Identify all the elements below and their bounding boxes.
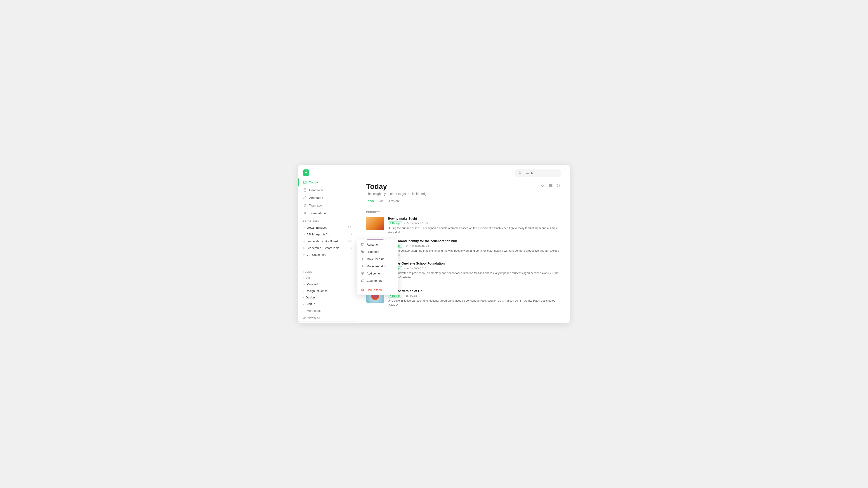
article-meta-3: Design · 24 Behance / 1d [388, 266, 561, 270]
tab-team[interactable]: Team [366, 199, 374, 206]
rename-icon [361, 242, 364, 246]
article-thumb-sushi [366, 217, 384, 230]
priority-jpmorgan-label: J.P. Morgan & Co. [307, 233, 330, 236]
priority-tag-icon: ○ [303, 226, 305, 229]
article-desc-4: Une belle initiative par la chaîne Natio… [388, 299, 561, 307]
dropdown-move-down[interactable]: Move feed down [357, 263, 398, 270]
list-action-icon[interactable] [548, 183, 553, 189]
tab-me[interactable]: Me [379, 199, 383, 206]
copy-to-team-icon [361, 279, 364, 283]
refresh-action-icon[interactable] [556, 183, 561, 189]
article-info-2: A new brand identity for the collaborati… [388, 239, 561, 257]
article-title[interactable]: How to make Sushi [388, 217, 561, 220]
train-leo-icon [303, 203, 307, 207]
feed-curated-label: Curated [307, 283, 318, 286]
feed-startup-label: Startup [306, 302, 315, 306]
dropdown-copy-to-team[interactable]: Copy to team [357, 277, 398, 284]
priority-growth-label: growth mindset [307, 226, 327, 229]
hide-feed-icon [361, 250, 364, 254]
feed-design-icon: › [303, 296, 304, 299]
nav-train-leo-label: Train Leo [309, 204, 322, 207]
dropdown-hide-label: Hide feed [367, 250, 379, 254]
priority-leadership-like-count: 722 [348, 239, 352, 242]
dropdown-delete-feed[interactable]: Delete feed [357, 286, 398, 293]
tab-explore[interactable]: Explore [389, 199, 400, 206]
article-source: Behance / 16h [410, 222, 428, 225]
article-source-2: Pentagram / 1d [410, 244, 429, 248]
nav-train-leo[interactable]: Train Leo [298, 201, 357, 209]
app-logo[interactable] [303, 169, 309, 176]
svg-point-2 [304, 204, 306, 206]
dropdown-rename[interactable]: Rename [357, 241, 398, 248]
add-content-icon [361, 271, 364, 275]
article-tag[interactable]: Design [388, 221, 402, 225]
read-later-icon [303, 188, 307, 192]
article-title-4[interactable]: Real Life Version of Up [388, 289, 561, 293]
search-input[interactable] [524, 171, 557, 175]
priority-vip-customers[interactable]: ○ VIP Customers [298, 251, 357, 258]
dropdown-move-up[interactable]: Move feed up [357, 255, 398, 263]
search-bar[interactable] [515, 169, 561, 177]
feed-curated-icon: ✦ [303, 283, 305, 286]
priority-vip-label: VIP Customers [307, 253, 326, 256]
article-title-2[interactable]: A new brand identity for the collaborati… [388, 239, 561, 243]
feed-startup[interactable]: › Startup [298, 301, 357, 307]
article-title-3[interactable]: Jacques-Ouellette School Foundation [388, 262, 561, 265]
move-down-icon [361, 264, 364, 268]
priority-tag-icon-2: ○ [303, 232, 305, 236]
delete-feed-icon [361, 288, 364, 292]
priority-jpmorgan[interactable]: ○ J.P. Morgan & Co. 2 [298, 231, 357, 238]
feed-curated[interactable]: ✦ Curated [298, 281, 357, 288]
feed-all-label: All [307, 276, 310, 280]
article-meta: Design · 25 Behance / 16h [388, 221, 561, 225]
more-feeds-icon: + [303, 309, 305, 313]
priority-growth-mindset[interactable]: ○ growth mindset 724 [298, 224, 357, 231]
feed-design-influence-icon: › [303, 289, 304, 293]
priority-leadership-smart[interactable]: ○ Leadership - Smart Topic 8 [298, 245, 357, 251]
priority-tag-icon-5: ○ [303, 253, 305, 256]
priority-growth-count: 724 [348, 226, 352, 229]
today-icon [303, 180, 307, 184]
feed-design-influence[interactable]: › Design Influence [298, 288, 357, 294]
svg-rect-22 [362, 289, 364, 291]
add-priority-button[interactable]: + [298, 258, 357, 266]
check-action-icon[interactable] [541, 183, 545, 189]
priority-tag-icon-4: ○ [303, 246, 305, 250]
page-subtitle: The insights you need to get the inside … [366, 192, 428, 196]
article-card: How to make Sushi Design · 25 Behance / … [366, 217, 561, 235]
feed-design[interactable]: › Design [298, 294, 357, 301]
dropdown-hide-feed[interactable]: Hide feed [357, 248, 398, 255]
dropdown-add-content[interactable]: Add content [357, 270, 398, 277]
article-meta-4: Design · 3k Fubiz / 7h [388, 294, 561, 297]
nav-annotated-label: Annotated [309, 196, 323, 199]
priority-tag-icon-3: ○ [303, 239, 305, 243]
svg-rect-21 [362, 280, 363, 282]
dropdown-move-up-label: Move feed up [367, 257, 384, 261]
article-views: · 25 [404, 222, 409, 225]
new-feed-button[interactable]: ⟳ New feed [298, 314, 357, 322]
article-info-4: Real Life Version of Up Design · 3k Fubi… [388, 289, 561, 307]
logo-area [298, 165, 357, 178]
article-desc-3: Entirely devoted to pre-school, elementa… [388, 271, 561, 280]
more-feeds-button[interactable]: + More feeds [298, 307, 357, 314]
nav-annotated[interactable]: Annotated [298, 194, 357, 201]
article-views-4: · 3k [404, 294, 408, 297]
nav-team-admin[interactable]: Team admin [298, 209, 357, 217]
feed-all[interactable]: ≡ All [298, 274, 357, 281]
priorities-section-label: PRIORITIES [298, 217, 357, 224]
nav-read-later-label: Read later [309, 188, 323, 192]
dropdown-add-content-label: Add content [367, 272, 382, 275]
main-header [357, 165, 569, 177]
article-meta-2: Design · 24 Pentagram / 1d [388, 244, 561, 248]
new-feed-icon: ⟳ [303, 316, 306, 320]
priority-leadership-like[interactable]: ○ Leadership - Like Board 722 [298, 238, 357, 245]
dropdown-move-down-label: Move feed down [367, 265, 388, 268]
app-window: Today Read later Annotated [298, 165, 569, 323]
move-up-icon [361, 257, 364, 261]
feed-design-influence-label: Design Influence [306, 289, 328, 293]
tabs: Team Me Explore [357, 196, 569, 206]
search-icon [519, 171, 522, 175]
nav-read-later[interactable]: Read later [298, 186, 357, 194]
nav-team-admin-label: Team admin [309, 212, 326, 215]
nav-today[interactable]: Today [298, 178, 357, 186]
